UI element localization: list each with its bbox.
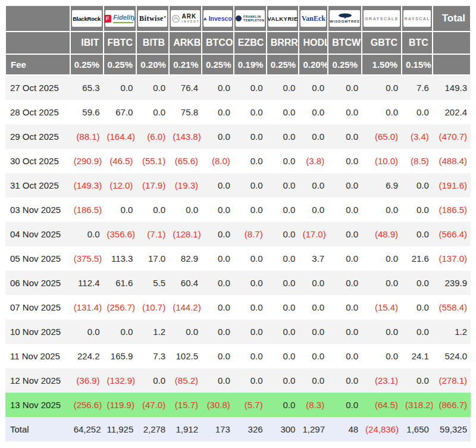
- logo-bitwise-icon: Bitwise’: [138, 10, 167, 27]
- flow-cell: (119.9): [104, 393, 137, 417]
- etf-flow-table-page: BlackRockFFidelityBitwise’ARKINVESTInves…: [0, 0, 476, 446]
- fee-brrr: 0.25%: [267, 54, 299, 75]
- row-date: 13 Nov 2025: [5, 393, 70, 417]
- flow-cell: (10.7): [136, 295, 169, 319]
- flow-cell: (256.6): [70, 393, 104, 417]
- ticker-brrr: BRRR: [267, 32, 299, 54]
- flow-cell: 0.0: [362, 271, 402, 295]
- wisdomtree-wordmark: WISDOMTREE: [330, 13, 360, 24]
- provider-cell-grayscale-mini: GRAYSCALE: [402, 5, 433, 32]
- logo-fidelity-icon: FFidelity: [105, 10, 135, 27]
- row-date: 11 Nov 2025: [5, 344, 70, 368]
- flow-cell: (137.0): [433, 246, 471, 271]
- flow-cell: 59.6: [70, 100, 104, 124]
- flow-cell: (8.5): [402, 149, 433, 173]
- provider-cell-franklin-templeton: FRANKLINTEMPLETON: [234, 5, 267, 32]
- logo-franklin-templeton-icon: FRANKLINTEMPLETON: [236, 10, 265, 27]
- total-cell: 326: [234, 417, 267, 441]
- logo-grayscale-icon: GRAYSCALE: [364, 10, 400, 27]
- flow-cell: (132.9): [104, 368, 137, 393]
- flow-cell: (470.7): [433, 124, 471, 149]
- flow-cell: (17.9): [136, 173, 169, 198]
- flow-cell: (6.0): [136, 124, 169, 149]
- flow-cell: 0.0: [202, 100, 234, 124]
- flow-cell: (566.4): [433, 222, 471, 246]
- corner-cell-2: [5, 32, 70, 54]
- flow-cell: 0.0: [328, 319, 362, 344]
- row-date: 12 Nov 2025: [5, 368, 70, 393]
- provider-cell-ark-invest: ARKINVEST: [169, 5, 202, 32]
- total-cell: 1,297: [299, 417, 328, 441]
- fee-btcw: 0.25%: [328, 54, 362, 75]
- flow-cell: 7.3: [136, 344, 169, 368]
- flow-cell: 0.0: [202, 271, 234, 295]
- fee-ezbc: 0.19%: [234, 54, 267, 75]
- fidelity-tagline-bar: [113, 22, 133, 23]
- flow-cell: (5.7): [234, 393, 267, 417]
- flow-cell: 7.6: [402, 75, 433, 100]
- flow-cell: (256.7): [104, 295, 137, 319]
- flow-cell: 0.0: [169, 198, 202, 222]
- flow-cell: 0.0: [402, 368, 433, 393]
- flow-cell: 0.0: [104, 75, 137, 100]
- total-cell: 59,325: [433, 417, 471, 441]
- flow-cell: (12.0): [104, 173, 137, 198]
- flow-cell: 0.0: [402, 100, 433, 124]
- ticker-row: IBITFBTCBITBARKBBTCOEZBCBRRRHODLBTCWGBTC…: [5, 32, 471, 54]
- ticker-arkb: ARKB: [169, 32, 202, 54]
- total-column-header: Total: [433, 5, 471, 32]
- flow-cell: 0.0: [362, 198, 402, 222]
- flow-cell: 0.0: [104, 198, 137, 222]
- ark-circle-icon: [171, 14, 180, 23]
- flow-cell: 0.0: [328, 344, 362, 368]
- table-row: 05 Nov 2025(375.5)113.317.082.90.00.00.0…: [5, 246, 471, 271]
- provider-cell-invesco: Invesco: [202, 5, 234, 32]
- flow-cell: 0.0: [234, 198, 267, 222]
- provider-cell-wisdomtree: WISDOMTREE: [328, 5, 362, 32]
- provider-cell-grayscale: GRAYSCALE: [362, 5, 402, 32]
- corner-cell: [5, 5, 70, 32]
- logo-valkyrie-icon: VALKYRIE: [268, 10, 298, 27]
- flow-cell: 1.2: [136, 319, 169, 344]
- flow-cell: 6.9: [362, 173, 402, 198]
- flow-cell: (278.1): [433, 368, 471, 393]
- flow-cell: (47.0): [136, 393, 169, 417]
- etf-flow-table: BlackRockFFidelityBitwise’ARKINVESTInves…: [5, 5, 471, 441]
- flow-cell: (15.7): [169, 393, 202, 417]
- row-date: 28 Oct 2025: [5, 100, 70, 124]
- fee-btco: 0.25%: [202, 54, 234, 75]
- flow-cell: 60.4: [169, 271, 202, 295]
- table-row: 27 Oct 202565.30.00.076.40.00.00.00.00.0…: [5, 75, 471, 100]
- provider-cell-valkyrie: VALKYRIE: [267, 5, 299, 32]
- provider-cell-fidelity: FFidelity: [104, 5, 137, 32]
- flow-cell: 0.0: [70, 222, 104, 246]
- ark-wordmark: ARKINVEST: [182, 14, 200, 23]
- total-row: Total64,25211,9252,2781,9121733263001,29…: [5, 417, 471, 441]
- flow-cell: 0.0: [136, 100, 169, 124]
- flow-cell: 0.0: [328, 393, 362, 417]
- provider-cell-blackrock: BlackRock: [70, 5, 104, 32]
- flow-cell: 113.3: [104, 246, 137, 271]
- ticker-total-empty: [433, 32, 471, 54]
- table-row: 11 Nov 2025224.2165.97.3102.50.00.00.00.…: [5, 344, 471, 368]
- total-cell: 11,925: [104, 417, 137, 441]
- flow-cell: 0.0: [234, 173, 267, 198]
- flow-cell: 0.0: [234, 149, 267, 173]
- fee-bitb: 0.20%: [136, 54, 169, 75]
- table-row: 31 Oct 2025(149.3)(12.0)(17.9)(19.3)0.00…: [5, 173, 471, 198]
- franklin-globe-icon: [236, 15, 242, 21]
- flow-cell: 0.0: [402, 319, 433, 344]
- table-row: 13 Nov 2025(256.6)(119.9)(47.0)(15.7)(30…: [5, 393, 471, 417]
- ticker-btcw: BTCW: [328, 32, 362, 54]
- table-footer: Total64,25211,9252,2781,9121733263001,29…: [5, 417, 471, 441]
- total-cell: 64,252: [70, 417, 104, 441]
- flow-cell: (143.8): [169, 124, 202, 149]
- blackrock-logo-text: BlackRock: [73, 15, 101, 22]
- flow-cell: (8.7): [234, 222, 267, 246]
- flow-cell: (46.5): [104, 149, 137, 173]
- flow-cell: 0.0: [267, 100, 299, 124]
- flow-cell: 65.3: [70, 75, 104, 100]
- table-row: 10 Nov 20250.00.01.20.00.00.00.00.00.00.…: [5, 319, 471, 344]
- logo-wisdomtree-icon: WISDOMTREE: [330, 10, 360, 27]
- row-date: 30 Oct 2025: [5, 149, 70, 173]
